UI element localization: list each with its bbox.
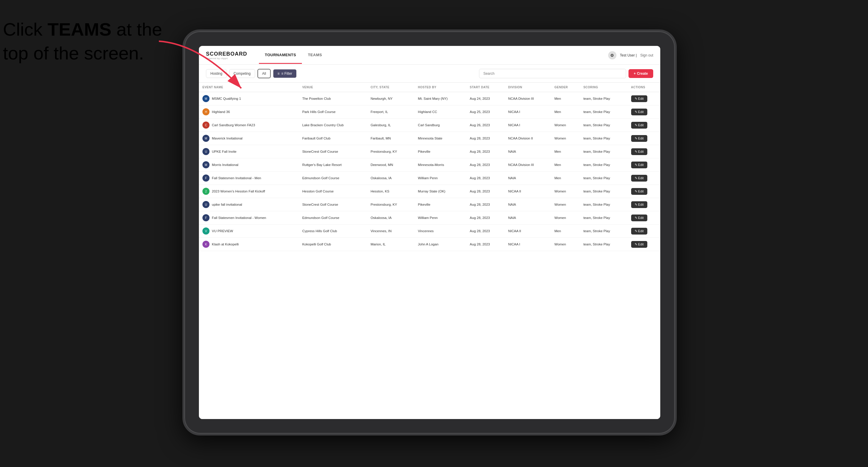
edit-button[interactable]: ✎ Edit: [631, 241, 647, 248]
create-btn[interactable]: + Create: [628, 69, 653, 78]
team-logo: C: [203, 122, 210, 129]
header-right: ⚙ Test User | Sign out: [608, 51, 653, 59]
cell-hosted-by: William Penn: [414, 172, 466, 185]
instruction-text: Click TEAMS at thetop of the screen.: [3, 18, 162, 65]
toolbar: Hosting Competing All ≡ ≡ Filter + Creat…: [199, 65, 660, 83]
cell-division: NCAA Division III: [505, 92, 551, 105]
tablet-frame: SCOREBOARD Powered by clippit TOURNAMENT…: [182, 29, 677, 436]
cell-hosted-by: Pikeville: [414, 145, 466, 158]
team-logo: H: [203, 108, 210, 115]
sign-out-link[interactable]: Sign out: [640, 53, 653, 57]
cell-venue: Cypress Hills Golf Club: [299, 224, 367, 238]
cell-gender: Women: [551, 198, 580, 211]
cell-city-state: Oskaloosa, IA: [367, 172, 414, 185]
edit-button[interactable]: ✎ Edit: [631, 148, 647, 155]
filter-icon: ≡: [277, 71, 280, 75]
cell-venue: Kokopelli Golf Club: [299, 238, 367, 251]
edit-button[interactable]: ✎ Edit: [631, 175, 647, 182]
edit-button[interactable]: ✎ Edit: [631, 228, 647, 235]
event-name-text: Carl Sandburg Women FA23: [212, 123, 255, 127]
col-scoring: SCORING: [580, 83, 628, 92]
cell-division: NAIA: [505, 211, 551, 224]
cell-event-name: V VU PREVIEW: [199, 224, 299, 238]
table-row: V VU PREVIEW Cypress Hills Golf Club Vin…: [199, 224, 660, 238]
cell-division: NCAA Division III: [505, 158, 551, 172]
settings-icon[interactable]: ⚙: [608, 51, 616, 59]
cell-event-name: F Fall Statesmen Invitational - Men: [199, 172, 299, 185]
edit-button[interactable]: ✎ Edit: [631, 201, 647, 208]
cell-event-name: H Highland 36: [199, 105, 299, 119]
cell-scoring: team, Stroke Play: [580, 198, 628, 211]
edit-button[interactable]: ✎ Edit: [631, 215, 647, 221]
col-start-date: START DATE: [466, 83, 505, 92]
cell-division: NAIA: [505, 172, 551, 185]
event-name-text: Highland 36: [212, 110, 230, 114]
search-input[interactable]: [479, 69, 626, 78]
cell-event-name: M MSMC Qualifying 1: [199, 92, 299, 105]
cell-scoring: team, Stroke Play: [580, 172, 628, 185]
cell-start-date: Aug 28, 2023: [466, 224, 505, 238]
cell-city-state: Vincennes, IN: [367, 224, 414, 238]
filter-icon-label: ≡ Filter: [281, 71, 292, 75]
cell-scoring: team, Stroke Play: [580, 92, 628, 105]
competing-filter-btn[interactable]: Competing: [229, 69, 255, 78]
tab-tournaments[interactable]: TOURNAMENTS: [259, 47, 302, 64]
cell-division: NAIA: [505, 145, 551, 158]
filter-icon-btn[interactable]: ≡ ≡ Filter: [273, 69, 297, 78]
cell-actions: ✎ Edit: [628, 224, 660, 238]
event-name-text: UPKE Fall Invite: [212, 150, 237, 153]
table-body: M MSMC Qualifying 1 The Powelton Club Ne…: [199, 92, 660, 251]
tournaments-table-container: EVENT NAME VENUE CITY, STATE HOSTED BY S…: [199, 83, 660, 419]
cell-event-name: M Morris Invitational: [199, 158, 299, 172]
table-row: 2 2023 Women's Hesston Fall Kickoff Hess…: [199, 185, 660, 198]
edit-button[interactable]: ✎ Edit: [631, 161, 647, 168]
table-row: M Morris Invitational Ruttger's Bay Lake…: [199, 158, 660, 172]
cell-division: NICAA I: [505, 119, 551, 132]
cell-venue: Park Hills Golf Course: [299, 105, 367, 119]
cell-city-state: Deerwood, MN: [367, 158, 414, 172]
cell-actions: ✎ Edit: [628, 198, 660, 211]
cell-actions: ✎ Edit: [628, 132, 660, 145]
col-venue: VENUE: [299, 83, 367, 92]
nav-tabs: TOURNAMENTS TEAMS: [259, 47, 608, 64]
cell-start-date: Aug 26, 2023: [466, 119, 505, 132]
cell-actions: ✎ Edit: [628, 211, 660, 224]
edit-button[interactable]: ✎ Edit: [631, 108, 647, 115]
cell-event-name: F Fall Statesmen Invitational - Women: [199, 211, 299, 224]
cell-start-date: Aug 28, 2023: [466, 185, 505, 198]
cell-division: NICAA I: [505, 105, 551, 119]
edit-button[interactable]: ✎ Edit: [631, 95, 647, 102]
edit-button[interactable]: ✎ Edit: [631, 188, 647, 195]
cell-hosted-by: Minnesota-Morris: [414, 158, 466, 172]
table-row: F Fall Statesmen Invitational - Men Edmu…: [199, 172, 660, 185]
hosting-filter-btn[interactable]: Hosting: [206, 69, 227, 78]
cell-start-date: Aug 28, 2023: [466, 132, 505, 145]
cell-gender: Women: [551, 185, 580, 198]
cell-venue: Hesston Golf Course: [299, 185, 367, 198]
cell-gender: Men: [551, 92, 580, 105]
col-actions: ACTIONS: [628, 83, 660, 92]
cell-venue: Faribault Golf Club: [299, 132, 367, 145]
table-header: EVENT NAME VENUE CITY, STATE HOSTED BY S…: [199, 83, 660, 92]
app-header: SCOREBOARD Powered by clippit TOURNAMENT…: [199, 46, 660, 65]
cell-start-date: Aug 28, 2023: [466, 158, 505, 172]
all-filter-btn[interactable]: All: [257, 69, 271, 78]
cell-city-state: Oskaloosa, IA: [367, 211, 414, 224]
event-name-text: Fall Statesmen Invitational - Men: [212, 176, 261, 180]
cell-hosted-by: Minnesota State: [414, 132, 466, 145]
col-gender: GENDER: [551, 83, 580, 92]
cell-city-state: Newburgh, NY: [367, 92, 414, 105]
cell-scoring: team, Stroke Play: [580, 105, 628, 119]
cell-scoring: team, Stroke Play: [580, 158, 628, 172]
cell-hosted-by: Mt. Saint Mary (NY): [414, 92, 466, 105]
edit-button[interactable]: ✎ Edit: [631, 122, 647, 129]
cell-gender: Women: [551, 238, 580, 251]
edit-button[interactable]: ✎ Edit: [631, 135, 647, 142]
team-logo: V: [203, 227, 210, 235]
cell-event-name: U UPKE Fall Invite: [199, 145, 299, 158]
cell-actions: ✎ Edit: [628, 158, 660, 172]
cell-start-date: Aug 25, 2023: [466, 105, 505, 119]
tab-teams[interactable]: TEAMS: [302, 47, 328, 64]
table-row: M MSMC Qualifying 1 The Powelton Club Ne…: [199, 92, 660, 105]
cell-scoring: team, Stroke Play: [580, 119, 628, 132]
